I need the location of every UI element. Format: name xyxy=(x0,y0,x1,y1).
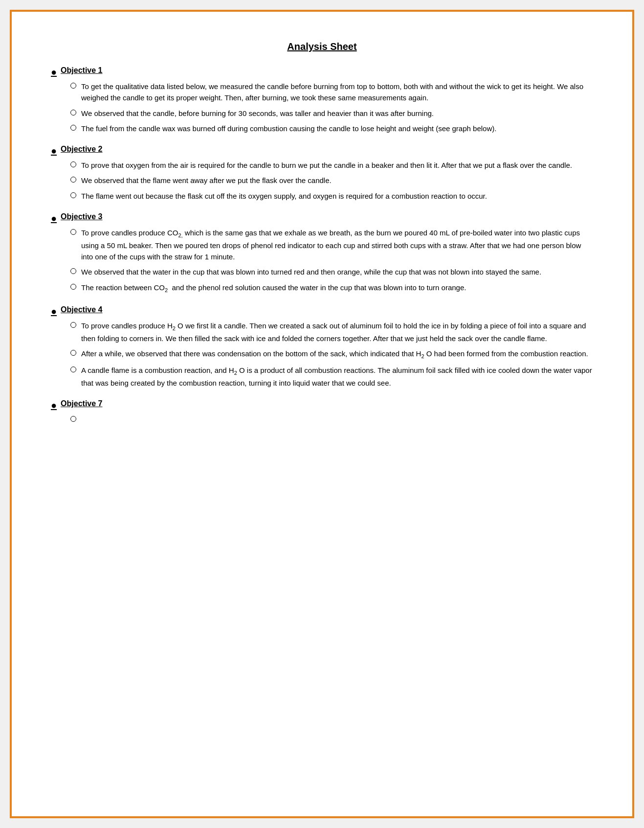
obj2-text2: We observed that the flame went away aft… xyxy=(81,175,593,186)
list-item: To prove candles produce CO2, which is t… xyxy=(70,227,593,263)
circle-bullet-icon xyxy=(70,125,76,131)
list-item: To get the qualitative data listed below… xyxy=(70,81,593,104)
circle-bullet-icon xyxy=(70,268,76,274)
list-item: A candle flame is a combustion reaction,… xyxy=(70,365,593,389)
objective-1-title: Objective 1 xyxy=(61,66,102,75)
list-item: To prove candles produce H2 O we first l… xyxy=(70,320,593,344)
objective-1-label: ● Objective 1 xyxy=(51,66,593,78)
obj2-text1: To prove that oxygen from the air is req… xyxy=(81,160,593,171)
obj2-text3: The flame went out because the flask cut… xyxy=(81,190,593,202)
list-item: We observed that the flame went away aft… xyxy=(70,175,593,186)
bullet-icon: ● xyxy=(51,66,57,78)
list-item: The fuel from the candle wax was burned … xyxy=(70,123,593,134)
objectives-list: ● Objective 1 To get the qualitative dat… xyxy=(51,66,593,422)
page-title: Analysis Sheet xyxy=(51,41,593,52)
circle-bullet-icon xyxy=(70,161,76,167)
objective-4-label: ● Objective 4 xyxy=(51,305,593,317)
objective-4-title: Objective 4 xyxy=(61,305,102,314)
circle-bullet-icon xyxy=(70,322,76,328)
obj1-text2: We observed that the candle, before burn… xyxy=(81,108,593,119)
list-item: After a while, we observed that there wa… xyxy=(70,348,593,361)
objective-2-sublist: To prove that oxygen from the air is req… xyxy=(70,160,593,202)
list-item: We observed that the candle, before burn… xyxy=(70,108,593,119)
circle-bullet-icon xyxy=(70,192,76,198)
objective-3-item: ● Objective 3 To prove candles produce C… xyxy=(51,212,593,295)
objective-2-label: ● Objective 2 xyxy=(51,145,593,157)
circle-bullet-icon xyxy=(70,229,76,235)
circle-bullet-icon xyxy=(70,110,76,115)
obj3-text2: We observed that the water in the cup th… xyxy=(81,266,593,277)
obj3-text1: To prove candles produce CO2, which is t… xyxy=(81,227,593,263)
obj4-text1: To prove candles produce H2 O we first l… xyxy=(81,320,593,344)
bullet-icon: ● xyxy=(51,145,57,157)
objective-2-item: ● Objective 2 To prove that oxygen from … xyxy=(51,145,593,202)
obj1-text3: The fuel from the candle wax was burned … xyxy=(81,123,593,134)
list-item: To prove that oxygen from the air is req… xyxy=(70,160,593,171)
bullet-icon: ● xyxy=(51,399,57,411)
circle-bullet-icon xyxy=(70,416,76,422)
list-item: The flame went out because the flask cut… xyxy=(70,190,593,202)
bullet-icon: ● xyxy=(51,212,57,224)
objective-4-sublist: To prove candles produce H2 O we first l… xyxy=(70,320,593,389)
obj3-text3: The reaction between CO2 and the phenol … xyxy=(81,282,593,295)
obj4-text2: After a while, we observed that there wa… xyxy=(81,348,593,361)
objective-7-item: ● Objective 7 xyxy=(51,399,593,422)
circle-bullet-icon xyxy=(70,177,76,183)
circle-bullet-icon xyxy=(70,284,76,290)
objective-3-sublist: To prove candles produce CO2, which is t… xyxy=(70,227,593,295)
objective-7-label: ● Objective 7 xyxy=(51,399,593,411)
circle-bullet-icon xyxy=(70,367,76,372)
objective-7-title: Objective 7 xyxy=(61,399,102,408)
list-item: We observed that the water in the cup th… xyxy=(70,266,593,277)
circle-bullet-icon xyxy=(70,350,76,356)
objective-1-sublist: To get the qualitative data listed below… xyxy=(70,81,593,134)
objective-3-title: Objective 3 xyxy=(61,212,102,221)
objective-4-item: ● Objective 4 To prove candles produce H… xyxy=(51,305,593,389)
list-item xyxy=(70,414,593,422)
objective-2-title: Objective 2 xyxy=(61,145,102,154)
bullet-icon: ● xyxy=(51,305,57,317)
obj4-text3: A candle flame is a combustion reaction,… xyxy=(81,365,593,389)
objective-3-label: ● Objective 3 xyxy=(51,212,593,224)
objective-7-sublist xyxy=(70,414,593,422)
list-item: The reaction between CO2 and the phenol … xyxy=(70,282,593,295)
obj1-text1: To get the qualitative data listed below… xyxy=(81,81,593,104)
circle-bullet-icon xyxy=(70,83,76,89)
page-container: Analysis Sheet ● Objective 1 To get the … xyxy=(10,10,634,818)
objective-1-item: ● Objective 1 To get the qualitative dat… xyxy=(51,66,593,134)
